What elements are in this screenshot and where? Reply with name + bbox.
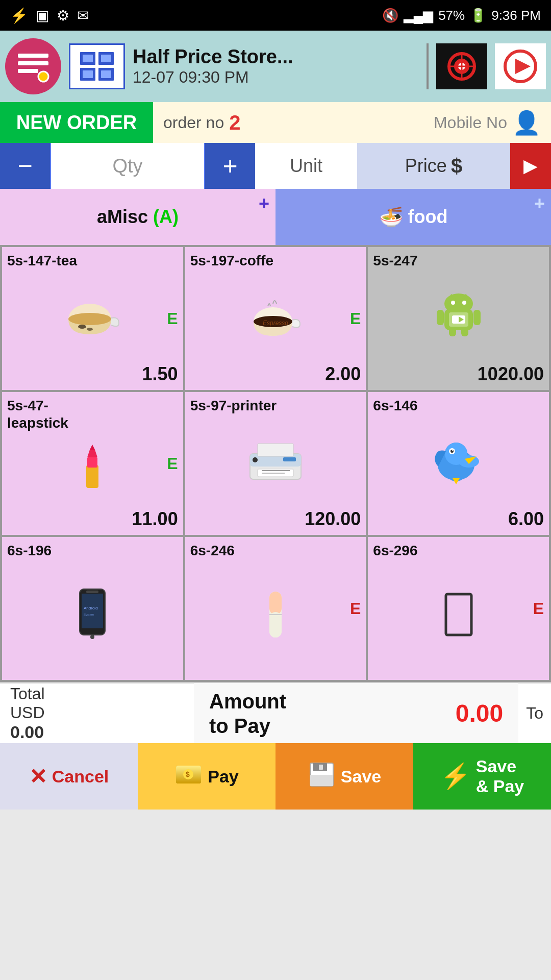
product-price: 6.00 <box>373 508 544 530</box>
product-6s-296[interactable]: 6s-296 E <box>368 537 549 680</box>
svg-point-33 <box>462 301 466 305</box>
svg-point-47 <box>253 457 258 462</box>
grid-icon[interactable] <box>69 43 125 89</box>
save-pay-button[interactable]: ⚡ Save& Pay <box>413 743 551 810</box>
product-e-badge: E <box>350 309 361 328</box>
svg-marker-41 <box>87 450 97 457</box>
svg-point-3 <box>38 71 48 82</box>
food-plus-icon[interactable]: + <box>534 193 545 214</box>
svg-rect-29 <box>473 310 481 325</box>
header-datetime: 12-07 09:30 PM <box>133 68 419 87</box>
total-bar: Total USD 0.00 Amountto Pay 0.00 To <box>0 682 551 743</box>
product-title: 6s-296 <box>373 542 544 559</box>
new-order-button[interactable]: NEW ORDER <box>0 102 153 143</box>
minus-icon: − <box>17 151 32 181</box>
exit-icon[interactable] <box>495 43 546 89</box>
status-bar: ⚡ ▣ ⚙ ✉ 🔇 ▂▄▆ 57% 🔋 9:36 PM <box>0 0 551 31</box>
cancel-label: Cancel <box>52 767 109 787</box>
svg-rect-11 <box>101 70 111 78</box>
product-title: 5s-47-leapstick <box>7 397 178 431</box>
settings-icon: ⚙ <box>57 7 69 24</box>
product-title: 6s-146 <box>373 397 544 414</box>
qty-minus-button[interactable]: − <box>0 143 51 189</box>
save-label: Save <box>341 767 381 787</box>
save-pay-icon: ⚡ <box>440 762 471 791</box>
plus-icon: + <box>222 151 237 181</box>
time-display: 9:36 PM <box>491 8 541 23</box>
save-button[interactable]: Save <box>276 743 413 810</box>
delete-button[interactable]: ▶ <box>510 143 551 189</box>
qty-field[interactable]: Qty <box>51 143 204 189</box>
action-bar: ✕ Cancel $ Pay <box>0 743 551 810</box>
price-label: Price <box>405 155 447 177</box>
product-5s-47-leapstick[interactable]: 5s-47-leapstick E 11.00 <box>2 392 183 535</box>
svg-rect-69 <box>269 592 282 615</box>
svg-rect-0 <box>18 54 48 58</box>
product-image <box>7 270 178 363</box>
unit-section: Unit <box>255 143 357 189</box>
usb-icon: ⚡ <box>10 7 28 24</box>
order-no-label: order no <box>163 113 224 132</box>
svg-rect-63 <box>86 591 98 593</box>
product-title: 6s-246 <box>190 542 361 559</box>
qty-bar: − Qty + Unit Price $ ▶ <box>0 143 551 189</box>
total-label: Total USD <box>10 684 184 722</box>
product-title: 5s-147-tea <box>7 252 178 270</box>
cancel-x-icon: ✕ <box>29 764 47 789</box>
svg-marker-60 <box>453 478 460 484</box>
product-5s-97-printer[interactable]: 5s-97-printer 120.00 <box>185 392 366 535</box>
svg-rect-79 <box>319 765 323 770</box>
product-6s-246[interactable]: 6s-246 E <box>185 537 366 680</box>
svg-rect-10 <box>83 70 93 78</box>
battery-text: 57% <box>438 8 465 23</box>
svg-text:System: System <box>84 613 94 616</box>
delete-arrow-icon: ▶ <box>523 155 538 177</box>
mobile-icon: 👤 <box>512 109 541 136</box>
status-left: ⚡ ▣ ⚙ ✉ <box>10 7 89 24</box>
tab-misc[interactable]: aMisc (A) + <box>0 189 276 245</box>
tab-food[interactable]: 🍜 food + <box>276 189 551 245</box>
mobile-no-label: Mobile No <box>434 113 507 132</box>
product-image <box>373 559 544 675</box>
order-no-section: order no 2 <box>153 102 423 143</box>
svg-rect-49 <box>262 470 290 471</box>
product-5s-147-tea[interactable]: 5s-147-tea E 1.50 <box>2 247 183 390</box>
product-e-badge: E <box>350 599 361 618</box>
cancel-button[interactable]: ✕ Cancel <box>0 743 138 810</box>
product-6s-146[interactable]: 6s-146 6.00 <box>368 392 549 535</box>
app-icon[interactable] <box>5 38 61 94</box>
save-pay-label: Save& Pay <box>476 756 524 796</box>
svg-rect-48 <box>283 457 296 461</box>
total-value: 0.00 <box>10 722 184 742</box>
pay-button[interactable]: $ Pay <box>138 743 276 810</box>
product-5s-247[interactable]: 5s-247 1020.00 <box>368 247 549 390</box>
svg-point-58 <box>452 450 453 451</box>
svg-rect-28 <box>437 310 444 325</box>
svg-rect-70 <box>269 612 282 638</box>
svg-rect-45 <box>258 444 293 456</box>
tab-misc-label: aMisc (A) <box>97 206 179 228</box>
unit-label: Unit <box>290 155 322 177</box>
misc-plus-icon[interactable]: + <box>259 193 269 214</box>
amount-value: 0.00 <box>456 699 503 727</box>
svg-text:$: $ <box>186 770 190 778</box>
product-5s-197-coffe[interactable]: 5s-197-coffe Espresso E 2.00 <box>185 247 366 390</box>
product-6s-196[interactable]: 6s-196 Android System <box>2 537 183 680</box>
store-name: Half Price Store... <box>133 46 419 68</box>
product-price: 11.00 <box>7 508 178 530</box>
mobile-no-section[interactable]: Mobile No 👤 <box>423 102 551 143</box>
order-no-value: 2 <box>229 111 240 134</box>
products-grid: 5s-147-tea E 1.50 5s-197-coffe Espresso <box>0 245 551 682</box>
product-e-badge: E <box>533 599 544 618</box>
product-price: 1020.00 <box>373 363 544 385</box>
save-icon <box>308 761 336 793</box>
camera-icon[interactable] <box>436 43 487 89</box>
svg-point-32 <box>451 301 455 305</box>
svg-point-64 <box>90 635 94 639</box>
svg-rect-40 <box>87 457 97 468</box>
product-title: 5s-197-coffe <box>190 252 361 270</box>
product-title: 5s-247 <box>373 252 544 270</box>
qty-plus-button[interactable]: + <box>204 143 255 189</box>
svg-point-20 <box>68 313 111 325</box>
price-symbol: $ <box>451 155 462 178</box>
